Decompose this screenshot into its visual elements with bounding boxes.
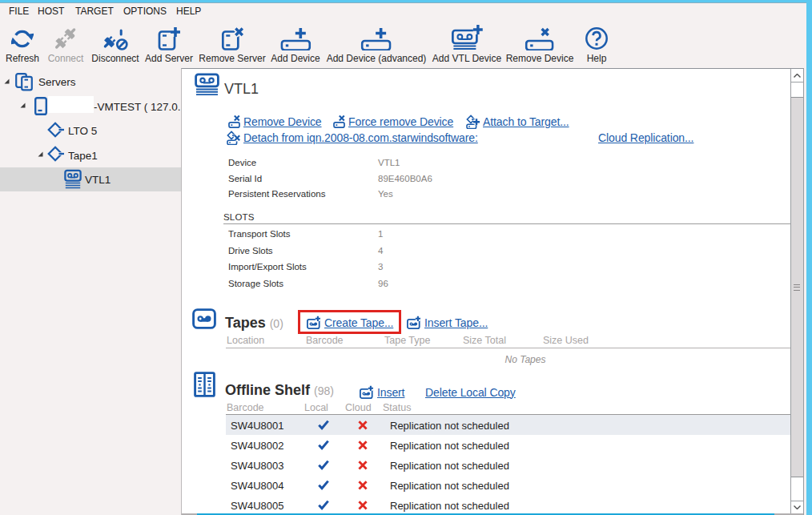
toolbar-button[interactable]: Add VTL Device (432, 26, 501, 64)
scrollbar-thumb[interactable] (791, 97, 803, 477)
column-header: Tape Type (384, 335, 430, 346)
check-icon (317, 439, 330, 451)
cross-icon (357, 499, 368, 511)
tree-node[interactable]: VTL1 (0, 167, 181, 192)
offline-insert-link[interactable]: Insert (360, 385, 404, 399)
add-tape-link-icon (307, 316, 321, 329)
tree-expander-icon[interactable] (20, 103, 26, 108)
toolbar-button-label: Remove Server (199, 53, 265, 64)
tree-node[interactable]: -VMTEST ( 127.0. (0, 94, 181, 119)
slot-row: Drive Slots 4 (182, 243, 742, 259)
tree-node[interactable]: LTO 5 (0, 119, 181, 143)
device-action-links: Remove Device Force remove Device Attach… (182, 115, 790, 129)
device-title: VTL1 (224, 80, 259, 98)
refresh-icon (11, 26, 34, 50)
tapes-header-separator (226, 348, 790, 348)
cross-icon (357, 459, 368, 471)
toolbar-button[interactable]: Connect (48, 26, 84, 64)
column-header: Size Total (463, 335, 506, 346)
vertical-scrollbar[interactable] (790, 69, 803, 513)
window-right-border (806, 0, 812, 515)
tape-barcode: SW4U8002 (231, 439, 283, 451)
tree-expander-icon[interactable] (38, 151, 43, 157)
toolbar-button-label: Help (587, 53, 607, 64)
toolbar-button[interactable]: Add Device (advanced) (327, 26, 427, 64)
server-icon (34, 97, 47, 115)
scrollbar-up-button[interactable] (791, 69, 803, 82)
scrollbar-grip-icon (794, 284, 800, 291)
create-tape-link[interactable]: Create Tape... (307, 316, 393, 329)
offline-tape-row[interactable]: SW4U8003 Replication not scheduled (226, 455, 790, 475)
server-tree: Servers -VMTEST ( 127.0. LTO 5 (0, 68, 181, 515)
add-tape-link-icon (407, 316, 421, 329)
toolbar-button[interactable]: Add Server (145, 26, 193, 64)
cloud-replication-link[interactable]: Cloud Replication... (598, 131, 693, 144)
offline-tapes-list: SW4U8001 Replication not scheduled SW4U8… (226, 415, 790, 515)
vtl-node-icon (64, 169, 82, 190)
toolbar-button[interactable]: Refresh (6, 26, 39, 64)
tape-barcode: SW4U8003 (231, 459, 283, 471)
toolbar-button[interactable]: Remove Server (199, 26, 265, 64)
toolbar-button[interactable]: Help (585, 26, 609, 64)
detach-target-link-icon (227, 131, 240, 145)
check-icon (317, 459, 330, 471)
remove-device-link-icon (333, 115, 345, 128)
device-details-panel: VTL1 Remove Device Force remove Device A… (181, 68, 804, 515)
tape-status: Replication not scheduled (390, 479, 509, 491)
offline-tape-row[interactable]: SW4U8004 Replication not scheduled (226, 475, 790, 495)
disconnect-icon (102, 26, 129, 50)
offline-tape-row[interactable]: SW4U8002 Replication not scheduled (226, 435, 790, 455)
tape-status: Replication not scheduled (390, 499, 509, 511)
toolbar-button-label: Connect (48, 53, 84, 64)
toolbar-button[interactable]: Disconnect (91, 26, 139, 64)
offline-shelf-icon (194, 372, 215, 397)
tree-node-label: -VMTEST ( 127.0. (94, 100, 181, 112)
detach-link[interactable]: Detach from iqn.2008-08.com.starwindsoft… (227, 131, 478, 144)
check-icon (317, 499, 330, 511)
column-header: Status (383, 402, 411, 413)
action-link[interactable]: Remove Device (228, 115, 322, 128)
toolbar-button-label: Remove Device (506, 53, 574, 64)
add-tape-link-icon (360, 385, 374, 399)
starwind-console-window: FILEHOSTTARGETOPTIONSHELP Refresh Connec… (0, 0, 812, 515)
offline-tape-row[interactable]: SW4U8001 Replication not scheduled (226, 415, 790, 435)
remove-server-icon (220, 26, 244, 50)
property-row: Device VTL1 (182, 155, 742, 171)
toolbar-button-label: Add Server (145, 53, 193, 64)
check-icon (317, 419, 330, 431)
servers-icon (15, 73, 34, 91)
remove-device-link-icon (228, 115, 240, 128)
tree-expander-icon[interactable] (4, 78, 10, 84)
add-device-icon (280, 26, 311, 50)
slots-section-title: SLOTS (223, 212, 255, 223)
redacted-server-name (48, 96, 94, 113)
column-header: Barcode (227, 402, 264, 413)
tape-status: Replication not scheduled (390, 459, 509, 471)
toolbar-button-label: Add VTL Device (432, 53, 501, 64)
toolbar-button-label: Add Device (271, 53, 320, 64)
toolbar-button[interactable]: Remove Device (506, 26, 574, 64)
cross-icon (357, 439, 368, 451)
tape-barcode: SW4U8004 (231, 479, 283, 491)
slot-row: Storage Slots 96 (182, 276, 742, 292)
cross-icon (357, 479, 368, 491)
no-tapes-placeholder: No Tapes (493, 354, 557, 365)
tree-node[interactable]: Tape1 (0, 143, 181, 167)
tree-node-label: VTL1 (85, 174, 111, 186)
tapes-count: (0) (270, 315, 283, 332)
action-link[interactable]: Attach to Target... (466, 115, 569, 128)
column-header: Barcode (306, 335, 344, 346)
slots-separator (223, 223, 790, 224)
vtl-device-icon (195, 73, 219, 96)
offline-tape-row[interactable]: SW4U8005 Replication not scheduled (226, 495, 790, 515)
tapes-section-icon (192, 308, 216, 329)
toolbar-button-label: Refresh (6, 53, 39, 64)
tree-node[interactable]: Servers (0, 70, 181, 95)
delete-local-copy-link[interactable]: Delete Local Copy (425, 385, 516, 399)
device-action-links-2: Detach from iqn.2008-08.com.starwindsoft… (182, 131, 790, 145)
scrollbar-down-button[interactable] (791, 501, 803, 513)
insert-tape-link[interactable]: Insert Tape... (407, 316, 488, 329)
slot-row: Import/Export Slots 3 (182, 259, 742, 275)
action-link[interactable]: Force remove Device (333, 115, 453, 128)
toolbar-button[interactable]: Add Device (271, 26, 320, 64)
